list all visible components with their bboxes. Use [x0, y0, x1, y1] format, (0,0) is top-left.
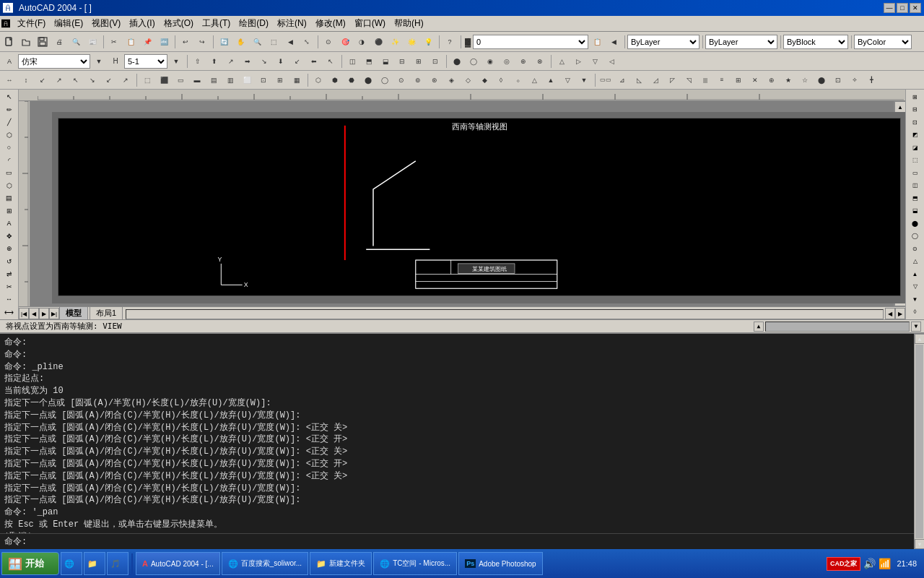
tr-btn-10[interactable]: ⬛ [156, 72, 172, 88]
rt-btn-9[interactable]: ⬒ [907, 192, 924, 204]
tr-btn-39[interactable]: ◿ [648, 72, 663, 88]
tab-arrow-last[interactable]: ▶| [49, 308, 59, 319]
tr-btn-44[interactable]: ⊞ [731, 72, 746, 88]
tab-layout1[interactable]: 布局1 [90, 306, 123, 319]
tr-btn-21[interactable]: ⬣ [344, 72, 359, 88]
tr-btn-42[interactable]: ||| [697, 72, 713, 88]
tr-btn-15[interactable]: ⬜ [239, 72, 255, 88]
render3-btn[interactable]: 💡 [420, 34, 436, 50]
tr-btn-12[interactable]: ▬ [189, 72, 205, 88]
shade-btn[interactable]: ◑ [354, 34, 370, 50]
vscroll-thumb2[interactable] [765, 322, 910, 332]
lt-select[interactable]: ↖ [1, 91, 18, 103]
3d-view-btn[interactable]: 🎯 [337, 34, 353, 50]
tr-btn-37[interactable]: ⊿ [614, 72, 630, 88]
tr-btn-52[interactable]: ╋ [863, 72, 879, 88]
taskbar-photoshop-btn[interactable]: Ps Adobe Photoshop [458, 552, 543, 575]
print-preview-btn[interactable]: 🔍 [68, 34, 84, 50]
lt-line[interactable]: ╱ [1, 116, 18, 129]
regen-btn[interactable]: 🔄 [216, 34, 232, 50]
tr-btn-6[interactable]: ↘ [84, 72, 100, 88]
lt-copy[interactable]: ⊕ [1, 243, 18, 255]
tb-btn-15[interactable]: ⊡ [427, 53, 443, 69]
zoom-ext-btn[interactable]: ⤡ [299, 34, 315, 50]
style-btn[interactable]: A [1, 53, 17, 69]
menu-tools[interactable]: 工具(T) [198, 16, 235, 31]
rt-btn-15[interactable]: ▲ [907, 268, 924, 280]
open-btn[interactable] [18, 34, 34, 50]
tb-btn-22[interactable]: △ [554, 53, 570, 69]
new-btn[interactable] [1, 34, 17, 50]
rt-btn-10[interactable]: ⬓ [907, 205, 924, 217]
tr-btn-35[interactable]: ▼ [576, 72, 592, 88]
rt-btn-16[interactable]: ▽ [907, 281, 924, 293]
rt-btn-6[interactable]: ⬚ [907, 155, 924, 167]
tr-btn-25[interactable]: ⊚ [410, 72, 426, 88]
rt-btn-11[interactable]: ⬤ [907, 217, 924, 230]
hscroll-left[interactable]: ◀ [885, 308, 895, 319]
tr-btn-11[interactable]: ▭ [173, 72, 188, 88]
tr-btn-26[interactable]: ⊛ [427, 72, 443, 88]
save-btn[interactable] [35, 34, 51, 50]
main-canvas[interactable]: 西南等轴测视图 [52, 112, 905, 303]
cut-btn[interactable]: ✂ [106, 34, 122, 50]
tr-btn-9[interactable]: ⬚ [139, 72, 155, 88]
tr-btn-40[interactable]: ◸ [664, 72, 680, 88]
tr-btn-33[interactable]: ▲ [543, 72, 559, 88]
cmd-scroll-up[interactable]: ▲ [915, 334, 924, 344]
command-input[interactable] [32, 537, 176, 547]
maximize-button[interactable]: □ [897, 3, 908, 13]
text-size-arrow[interactable]: ▼ [168, 53, 184, 69]
layer-manager-btn[interactable]: 📋 [589, 34, 605, 50]
lt-rect[interactable]: ▭ [1, 167, 18, 179]
tr-btn-38[interactable]: ◺ [631, 72, 647, 88]
tab-arrow-prev[interactable]: ◀ [29, 308, 39, 319]
linetype-select[interactable]: ByLayer [705, 35, 777, 49]
tr-btn-8[interactable]: ↗ [118, 72, 134, 88]
tr-btn-30[interactable]: ◊ [493, 72, 509, 88]
rt-btn-14[interactable]: △ [907, 256, 924, 268]
cmd-scroll-down[interactable]: ▼ [915, 539, 924, 549]
tb-btn-5[interactable]: ↘ [256, 53, 272, 69]
pan-btn[interactable]: ✋ [232, 34, 248, 50]
close-button[interactable]: ✕ [910, 3, 921, 13]
vscroll-down2[interactable]: ▼ [911, 322, 921, 332]
lineweight-select[interactable]: ByBlock [783, 35, 848, 49]
rt-btn-3[interactable]: ⊡ [907, 116, 924, 129]
tb-btn-3[interactable]: ↗ [223, 53, 239, 69]
lt-polygon[interactable]: ⬡ [1, 180, 18, 192]
lt-circle[interactable]: ○ [1, 142, 18, 154]
menu-dimension[interactable]: 标注(N) [273, 16, 311, 31]
zoom-window-btn[interactable]: ⬚ [266, 34, 282, 50]
layer-prev-btn[interactable]: ◀ [606, 34, 622, 50]
tr-btn-7[interactable]: ↙ [101, 72, 117, 88]
rt-btn-8[interactable]: ◫ [907, 180, 924, 192]
tb-btn-24[interactable]: ▽ [587, 53, 603, 69]
taskbar-folder-btn[interactable]: 📁 [84, 552, 105, 575]
start-button[interactable]: 🪟 开始 [1, 552, 59, 575]
shade2-btn[interactable]: ⚫ [370, 34, 386, 50]
zoom-prev-btn[interactable]: ◀ [282, 34, 298, 50]
tr-btn-49[interactable]: ⬤ [814, 72, 829, 88]
lt-text[interactable]: A [1, 217, 18, 230]
cmd-scrollbar[interactable]: ▲ ▼ [914, 334, 924, 549]
menu-modify[interactable]: 修改(M) [311, 16, 350, 31]
tr-btn-43[interactable]: ≡ [714, 72, 730, 88]
rt-btn-4[interactable]: ◩ [907, 129, 924, 142]
lt-polyline[interactable]: ⬡ [1, 129, 18, 142]
tb-btn-10[interactable]: ◫ [344, 53, 360, 69]
taskbar-autocad-btn[interactable]: A AutoCAD 2004 - [... [136, 552, 220, 575]
tr-btn-41[interactable]: ◹ [681, 72, 697, 88]
render-btn[interactable]: ✨ [387, 34, 403, 50]
rt-btn-5[interactable]: ◪ [907, 142, 924, 154]
tb-btn-7[interactable]: ↙ [289, 53, 305, 69]
tr-btn-29[interactable]: ◆ [476, 72, 492, 88]
tr-btn-1[interactable]: ↔ [1, 72, 17, 88]
tr-btn-50[interactable]: ⊡ [830, 72, 846, 88]
lt-hatch[interactable]: ▤ [1, 192, 18, 204]
tb-btn-1[interactable]: ⇧ [190, 53, 206, 69]
tb-btn-9[interactable]: ↖ [323, 53, 339, 69]
tab-arrow-first[interactable]: |◀ [19, 308, 29, 319]
tb-btn-21[interactable]: ⊗ [532, 53, 548, 69]
taskbar-tc-btn[interactable]: 🌐 TC空间 - Micros... [373, 552, 457, 575]
